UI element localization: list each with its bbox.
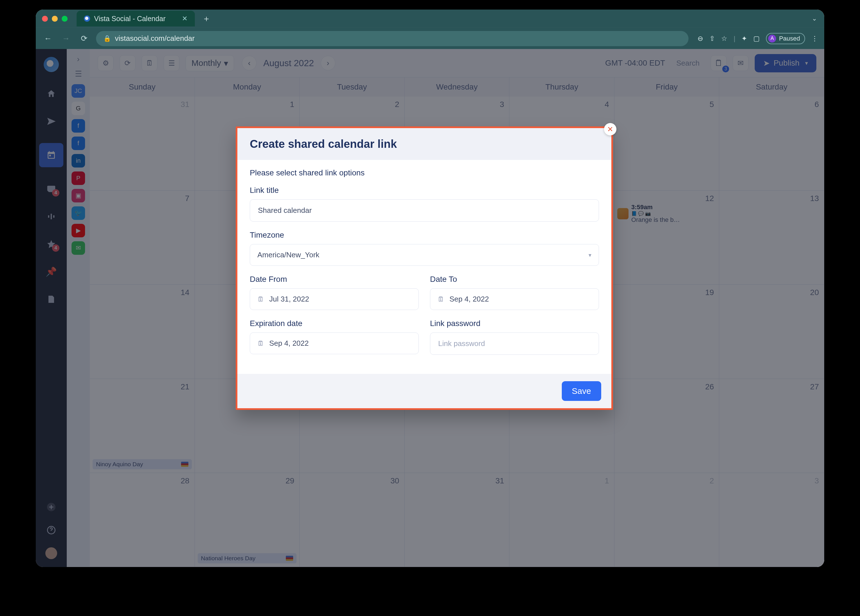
- extensions-icon[interactable]: ✦: [741, 34, 747, 42]
- expiration-field: Expiration date 🗓 Sep 4, 2022: [250, 319, 419, 355]
- timezone-select[interactable]: America/New_York ▾: [250, 244, 599, 266]
- date-from-label: Date From: [250, 275, 419, 284]
- maximize-window-icon[interactable]: [62, 16, 67, 22]
- date-to-input[interactable]: 🗓 Sep 4, 2022: [430, 288, 599, 310]
- browser-tab[interactable]: Vista Social - Calendar ✕: [77, 11, 195, 27]
- save-label: Save: [572, 386, 591, 395]
- tab-close-icon[interactable]: ✕: [182, 15, 188, 22]
- back-icon[interactable]: ←: [42, 34, 54, 43]
- modal-title: Create shared calendar link: [250, 138, 599, 150]
- calendar-icon: 🗓: [257, 340, 264, 347]
- forward-icon[interactable]: →: [60, 34, 72, 43]
- date-to-label: Date To: [430, 275, 599, 284]
- password-label: Link password: [430, 319, 599, 328]
- calendar-icon: 🗓: [438, 295, 444, 303]
- profile-avatar-icon: A: [768, 34, 776, 42]
- modal-body: Please select shared link options Link t…: [237, 160, 611, 374]
- date-from-input[interactable]: 🗓 Jul 31, 2022: [250, 288, 419, 310]
- browser-tabstrip: Vista Social - Calendar ✕ ＋ ⌄: [36, 9, 824, 28]
- timezone-label: Timezone: [250, 230, 599, 240]
- profile-paused-label: Paused: [779, 35, 800, 42]
- url-text: vistasocial.com/calendar: [115, 34, 195, 43]
- tab-favicon-icon: [84, 16, 90, 22]
- reload-icon[interactable]: ⟳: [78, 34, 90, 43]
- password-field: Link password: [430, 319, 599, 355]
- modal-header: Create shared calendar link: [237, 128, 611, 160]
- browser-toolbar: ← → ⟳ 🔒 vistasocial.com/calendar ⊖ ⇧ ☆ |…: [36, 28, 824, 49]
- timezone-field: Timezone America/New_York ▾: [250, 230, 599, 266]
- kebab-menu-icon[interactable]: ⋮: [811, 34, 818, 42]
- modal-subtitle: Please select shared link options: [250, 168, 599, 177]
- close-window-icon[interactable]: [42, 16, 48, 22]
- bookmark-icon[interactable]: ☆: [721, 34, 727, 42]
- profile-paused-pill[interactable]: A Paused: [766, 33, 805, 44]
- link-title-input-el[interactable]: [257, 206, 592, 215]
- new-tab-button[interactable]: ＋: [202, 13, 210, 25]
- timezone-value: America/New_York: [257, 251, 319, 259]
- modal-close-button[interactable]: ✕: [604, 123, 617, 135]
- browser-window: Vista Social - Calendar ✕ ＋ ⌄ ← → ⟳ 🔒 vi…: [36, 9, 824, 567]
- link-title-input[interactable]: [250, 199, 599, 221]
- tab-title: Vista Social - Calendar: [94, 15, 166, 23]
- expiration-input[interactable]: 🗓 Sep 4, 2022: [250, 332, 419, 354]
- zoom-icon[interactable]: ⊖: [698, 34, 703, 42]
- save-button[interactable]: Save: [562, 381, 601, 401]
- sidepanel-icon[interactable]: ▢: [753, 34, 760, 42]
- chevron-down-icon: ▾: [589, 252, 592, 259]
- date-to-value: Sep 4, 2022: [449, 295, 489, 304]
- password-input[interactable]: [430, 332, 599, 355]
- share-calendar-modal: ✕ Create shared calendar link Please sel…: [236, 126, 613, 410]
- modal-footer: Save: [237, 374, 611, 408]
- date-from-field: Date From 🗓 Jul 31, 2022: [250, 275, 419, 310]
- calendar-icon: 🗓: [257, 295, 264, 303]
- share-icon[interactable]: ⇧: [709, 34, 715, 42]
- expiration-value: Sep 4, 2022: [269, 339, 309, 348]
- link-title-label: Link title: [250, 186, 599, 195]
- browser-chrome: Vista Social - Calendar ✕ ＋ ⌄ ← → ⟳ 🔒 vi…: [36, 9, 824, 49]
- url-bar[interactable]: 🔒 vistasocial.com/calendar: [96, 31, 689, 46]
- minimize-window-icon[interactable]: [52, 16, 58, 22]
- date-from-value: Jul 31, 2022: [269, 295, 309, 304]
- expiration-label: Expiration date: [250, 319, 419, 328]
- url-actions: ⊖ ⇧ ☆ | ✦ ▢ A Paused ⋮: [698, 33, 818, 44]
- link-title-field: Link title: [250, 186, 599, 221]
- date-to-field: Date To 🗓 Sep 4, 2022: [430, 275, 599, 310]
- lock-icon: 🔒: [104, 35, 111, 42]
- password-input-el[interactable]: [438, 339, 592, 348]
- window-controls: [42, 16, 67, 22]
- window-menu-icon[interactable]: ⌄: [812, 15, 817, 22]
